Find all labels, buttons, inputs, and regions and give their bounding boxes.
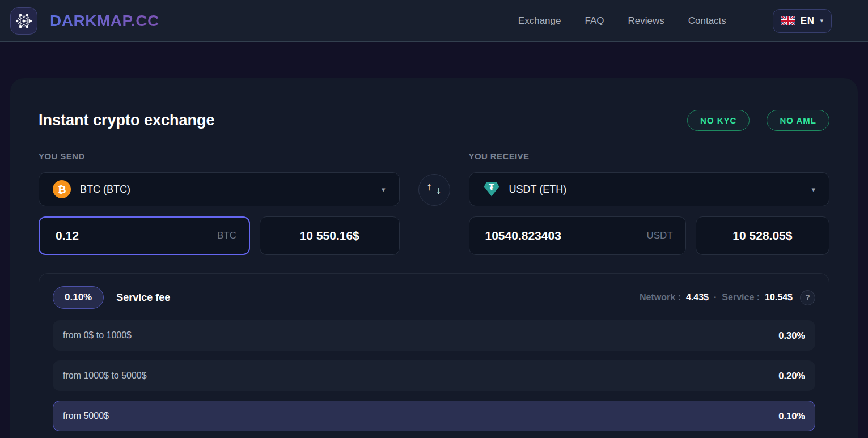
nav-item-reviews[interactable]: Reviews — [628, 15, 664, 27]
fee-summary: Network : 4.43$ · Service : 10.54$ ? — [640, 290, 815, 305]
send-column: YOU SEND ₿ BTC (BTC) ▾ BTC 10 550.16$ — [39, 151, 400, 255]
send-asset-name: BTC (BTC) — [80, 184, 372, 195]
send-asset-select[interactable]: ₿ BTC (BTC) ▾ — [39, 172, 400, 206]
swap-arrows-icon: ↑ ↓ — [427, 182, 442, 197]
send-unit-label: BTC — [217, 230, 236, 241]
nav-item-contacts[interactable]: Contacts — [688, 15, 726, 27]
compliance-badges: NO KYC NO AML — [687, 110, 829, 131]
swap-direction-button[interactable]: ↑ ↓ — [418, 174, 450, 206]
svg-text:₮: ₮ — [489, 182, 494, 192]
service-fee-panel: 0.10% Service fee Network : 4.43$ · Serv… — [39, 273, 829, 438]
chevron-down-icon: ▾ — [811, 185, 815, 194]
chevron-down-icon: ▾ — [382, 185, 386, 194]
receive-amount-input[interactable] — [485, 229, 647, 243]
tier-range: from 1000$ to 5000$ — [63, 371, 147, 381]
bitcoin-icon: ₿ — [53, 180, 71, 198]
tether-icon: ₮ — [483, 181, 500, 198]
exchange-card: Instant crypto exchange NO KYC NO AML YO… — [10, 78, 858, 438]
language-selector[interactable]: EN ▾ — [773, 9, 832, 33]
dot-separator: · — [714, 292, 717, 303]
service-fee-value: 10.54$ — [765, 292, 793, 303]
fee-tier-row: from 1000$ to 5000$ 0.20% — [53, 360, 815, 391]
send-fiat-value: 10 550.16$ — [260, 216, 400, 255]
service-fee-title: Service fee — [116, 292, 170, 304]
tier-rate: 0.30% — [778, 330, 805, 341]
receive-amount-field[interactable]: USDT — [469, 216, 686, 255]
you-receive-label: YOU RECEIVE — [469, 151, 830, 161]
current-fee-badge: 0.10% — [53, 286, 104, 309]
network-graph-icon — [10, 7, 37, 35]
receive-fiat-value: 10 528.05$ — [696, 216, 829, 255]
fee-tier-row-active: from 5000$ 0.10% — [53, 401, 815, 431]
receive-unit-label: USDT — [647, 230, 673, 241]
chevron-down-icon: ▾ — [820, 17, 823, 24]
brand-title: DARKMAP.CC — [50, 12, 159, 30]
service-fee-label: Service : — [722, 292, 760, 303]
uk-flag-icon — [781, 16, 795, 25]
network-fee-label: Network : — [640, 292, 681, 303]
no-kyc-badge: NO KYC — [687, 110, 750, 131]
tier-rate: 0.10% — [778, 411, 805, 422]
receive-asset-name: USDT (ETH) — [509, 184, 803, 195]
fee-tier-row: from 0$ to 1000$ 0.30% — [53, 320, 815, 351]
fee-tiers-list: from 0$ to 1000$ 0.30% from 1000$ to 500… — [53, 320, 815, 431]
help-icon[interactable]: ? — [800, 290, 815, 305]
no-aml-badge: NO AML — [767, 110, 829, 131]
send-amount-input[interactable] — [56, 229, 217, 243]
send-amount-field[interactable]: BTC — [39, 216, 250, 255]
receive-asset-select[interactable]: ₮ USDT (ETH) ▾ — [469, 172, 830, 206]
header: DARKMAP.CC Exchange FAQ Reviews Contacts… — [0, 0, 868, 42]
main-nav: Exchange FAQ Reviews Contacts EN ▾ — [518, 9, 832, 33]
brand-logo[interactable]: DARKMAP.CC — [10, 7, 159, 35]
network-fee-value: 4.43$ — [686, 292, 709, 303]
you-send-label: YOU SEND — [39, 151, 400, 161]
tier-range: from 0$ to 1000$ — [63, 330, 132, 341]
receive-column: YOU RECEIVE ₮ USDT (ETH) ▾ USDT 10 528.0… — [469, 151, 830, 255]
nav-item-faq[interactable]: FAQ — [585, 15, 604, 27]
tier-range: from 5000$ — [63, 411, 109, 421]
swap-column: ↑ ↓ — [400, 151, 469, 255]
language-code: EN — [801, 15, 815, 27]
tier-rate: 0.20% — [778, 371, 805, 381]
nav-item-exchange[interactable]: Exchange — [518, 15, 561, 27]
exchange-form: YOU SEND ₿ BTC (BTC) ▾ BTC 10 550.16$ ↑ … — [39, 151, 829, 255]
page-title: Instant crypto exchange — [39, 112, 215, 129]
